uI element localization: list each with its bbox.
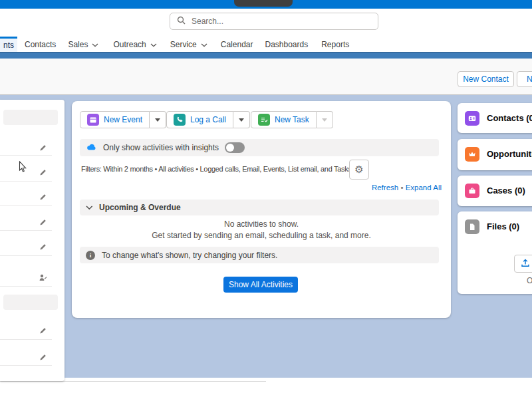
record-page-header: New Contact Ne (0, 59, 532, 95)
opportunity-crown-icon (465, 147, 479, 162)
edit-pencil-icon[interactable] (39, 143, 48, 152)
search-icon (177, 15, 186, 27)
new-task-dropdown[interactable] (317, 111, 333, 128)
insights-filter-bar: Only show activities with insights (80, 139, 439, 156)
files-related-card[interactable]: Files (0) Or drop files (458, 211, 532, 294)
chevron-down-icon[interactable] (92, 40, 98, 49)
filters-info-bar: i To change what's shown, try changing y… (80, 247, 439, 263)
global-header (0, 9, 532, 37)
contacts-related-card[interactable]: Contacts (0) (458, 103, 532, 133)
chevron-down-icon[interactable] (86, 203, 93, 212)
show-all-activities-button[interactable]: Show All Activities (223, 277, 298, 293)
link-separator: • (400, 184, 405, 192)
new-event-button[interactable]: New Event (80, 111, 150, 128)
divider (0, 339, 52, 340)
log-a-call-split-button: Log a Call (166, 111, 250, 128)
new-task-split-button: New Task (251, 111, 333, 128)
calendar-icon (87, 114, 99, 126)
new-task-button[interactable]: New Task (251, 111, 317, 128)
related-card-title: Contacts (0) (487, 113, 532, 123)
upcoming-overdue-section[interactable]: Upcoming & Overdue (80, 200, 439, 215)
search-input[interactable] (190, 16, 371, 27)
expand-all-link[interactable]: Expand All (406, 184, 442, 192)
task-icon (258, 114, 270, 126)
button-label: New Task (275, 115, 309, 124)
section-title: Upcoming & Overdue (99, 203, 181, 212)
opportunities-related-card[interactable]: Opportunities (458, 139, 532, 170)
log-a-call-button[interactable]: Log a Call (166, 111, 233, 128)
edit-pencil-icon[interactable] (39, 352, 48, 362)
upload-icon (521, 258, 530, 270)
tab-sales[interactable]: Sales (68, 37, 98, 52)
new-contact-button[interactable]: New Contact (458, 71, 514, 87)
divider (0, 205, 52, 206)
phone-icon (174, 114, 186, 126)
contacts-icon (465, 111, 479, 126)
person-icon[interactable] (39, 273, 48, 282)
details-section-header[interactable] (3, 110, 58, 125)
info-icon: i (86, 251, 95, 260)
browser-notch (234, 0, 293, 7)
edit-pencil-icon[interactable] (39, 326, 48, 335)
tab-label: Contacts (25, 40, 56, 49)
insights-label: Only show activities with insights (103, 143, 219, 152)
chevron-down-icon[interactable] (201, 40, 207, 49)
new-record-button-partial[interactable]: Ne (517, 71, 532, 87)
related-card-title: Opportunities (487, 149, 532, 159)
tab-reports[interactable]: Reports (321, 37, 349, 52)
new-event-dropdown[interactable] (150, 111, 166, 128)
edit-pencil-icon[interactable] (39, 217, 48, 227)
refresh-link[interactable]: Refresh (372, 184, 398, 192)
tab-label: nts (3, 41, 14, 50)
file-icon (465, 219, 479, 234)
tab-calendar[interactable]: Calendar (221, 37, 253, 52)
mouse-cursor (19, 161, 28, 176)
tab-label: Reports (321, 40, 349, 49)
tab-label: Dashboards (265, 40, 308, 49)
case-briefcase-icon (465, 184, 479, 198)
button-label: New Event (104, 115, 142, 124)
divider (0, 230, 52, 231)
tab-accounts[interactable]: nts (0, 37, 17, 52)
insights-toggle[interactable] (225, 142, 245, 153)
button-label: Log a Call (190, 115, 226, 124)
einstein-icon (86, 143, 97, 153)
cases-related-card[interactable]: Cases (0) (458, 176, 532, 206)
tab-label: Outreach (113, 40, 146, 49)
related-card-title: Cases (0) (487, 186, 525, 196)
gear-icon[interactable]: ⚙ (349, 160, 369, 180)
activity-timeline-card: New Event Log a Call New Task (72, 101, 451, 318)
tab-outreach[interactable]: Outreach (113, 37, 156, 52)
divider (0, 365, 52, 366)
timeline-links: Refresh • Expand All (372, 184, 442, 192)
global-search[interactable] (170, 13, 378, 30)
divider (0, 255, 52, 256)
divider (0, 286, 52, 287)
tab-label: Service (170, 40, 197, 49)
nav-tab-bar: nts Contacts Sales Outreach Service Cale… (0, 37, 532, 52)
log-a-call-dropdown[interactable] (233, 111, 250, 128)
divider (0, 155, 52, 156)
edit-pencil-icon[interactable] (39, 168, 48, 177)
tab-label: Calendar (221, 40, 253, 49)
record-details-panel (0, 100, 65, 381)
upload-files-button[interactable] (514, 255, 532, 273)
edit-pencil-icon[interactable] (39, 192, 48, 201)
divider (0, 381, 266, 382)
divider (0, 181, 52, 182)
tab-label: Sales (68, 40, 88, 49)
details-section-header[interactable] (3, 295, 58, 310)
empty-state-subtitle: Get started by sending an email, schedul… (72, 231, 451, 240)
tab-dashboards[interactable]: Dashboards (265, 37, 308, 52)
toggle-knob (226, 144, 234, 152)
drop-files-label: Or drop files (527, 276, 532, 285)
new-event-split-button: New Event (80, 111, 166, 128)
chevron-down-icon[interactable] (150, 40, 157, 49)
header-accent-strip (0, 52, 532, 59)
edit-pencil-icon[interactable] (39, 242, 48, 251)
tab-contacts[interactable]: Contacts (25, 37, 56, 52)
related-card-title: Files (0) (487, 221, 519, 231)
info-text: To change what's shown, try changing you… (102, 251, 277, 260)
tab-service[interactable]: Service (170, 37, 207, 52)
filters-summary: Filters: Within 2 months • All activitie… (81, 165, 352, 173)
